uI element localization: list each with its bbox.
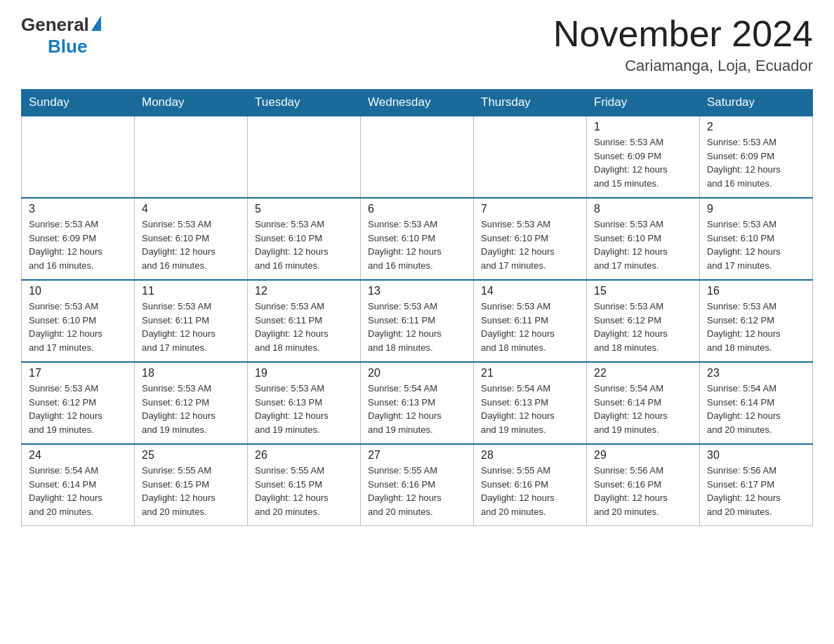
day-info: Sunrise: 5:53 AMSunset: 6:11 PMDaylight:… — [481, 300, 579, 354]
calendar-cell: 13Sunrise: 5:53 AMSunset: 6:11 PMDayligh… — [361, 280, 474, 362]
day-info: Sunrise: 5:54 AMSunset: 6:13 PMDaylight:… — [481, 382, 579, 436]
day-info: Sunrise: 5:54 AMSunset: 6:13 PMDaylight:… — [368, 382, 466, 436]
day-number: 3 — [29, 203, 127, 215]
week-row: 1Sunrise: 5:53 AMSunset: 6:09 PMDaylight… — [22, 116, 813, 198]
day-number: 13 — [368, 285, 466, 297]
logo-blue-text: Blue — [48, 36, 87, 58]
calendar-cell: 24Sunrise: 5:54 AMSunset: 6:14 PMDayligh… — [22, 444, 135, 526]
day-info: Sunrise: 5:53 AMSunset: 6:10 PMDaylight:… — [481, 217, 579, 272]
day-info: Sunrise: 5:54 AMSunset: 6:14 PMDaylight:… — [29, 464, 127, 518]
day-number: 2 — [707, 121, 805, 133]
day-number: 18 — [142, 367, 240, 380]
calendar-cell: 21Sunrise: 5:54 AMSunset: 6:13 PMDayligh… — [474, 362, 587, 444]
day-number: 12 — [255, 285, 353, 297]
day-info: Sunrise: 5:53 AMSunset: 6:10 PMDaylight:… — [594, 217, 692, 272]
calendar-cell — [248, 116, 361, 198]
day-number: 15 — [594, 285, 692, 297]
day-of-week-header: Friday — [587, 90, 700, 116]
calendar-cell: 7Sunrise: 5:53 AMSunset: 6:10 PMDaylight… — [474, 198, 587, 280]
day-info: Sunrise: 5:53 AMSunset: 6:10 PMDaylight:… — [29, 300, 127, 354]
calendar-cell: 25Sunrise: 5:55 AMSunset: 6:15 PMDayligh… — [135, 444, 248, 526]
day-info: Sunrise: 5:55 AMSunset: 6:15 PMDaylight:… — [255, 464, 353, 518]
day-number: 26 — [255, 449, 353, 462]
calendar-cell: 28Sunrise: 5:55 AMSunset: 6:16 PMDayligh… — [474, 444, 587, 526]
day-of-week-header: Wednesday — [361, 90, 474, 116]
day-number: 5 — [255, 203, 353, 215]
day-number: 17 — [29, 367, 127, 380]
day-number: 27 — [368, 449, 466, 462]
logo-triangle-icon — [91, 15, 101, 31]
calendar-cell: 11Sunrise: 5:53 AMSunset: 6:11 PMDayligh… — [135, 280, 248, 362]
day-info: Sunrise: 5:53 AMSunset: 6:12 PMDaylight:… — [29, 382, 127, 436]
calendar-cell: 26Sunrise: 5:55 AMSunset: 6:15 PMDayligh… — [248, 444, 361, 526]
day-number: 10 — [29, 285, 127, 297]
calendar-cell: 6Sunrise: 5:53 AMSunset: 6:10 PMDaylight… — [361, 198, 474, 280]
calendar-title: November 2024 — [553, 14, 813, 54]
day-info: Sunrise: 5:56 AMSunset: 6:16 PMDaylight:… — [594, 464, 692, 518]
day-info: Sunrise: 5:53 AMSunset: 6:09 PMDaylight:… — [29, 217, 127, 272]
day-info: Sunrise: 5:53 AMSunset: 6:10 PMDaylight:… — [255, 217, 353, 272]
day-number: 30 — [707, 449, 805, 462]
day-number: 23 — [707, 367, 805, 380]
calendar-cell: 30Sunrise: 5:56 AMSunset: 6:17 PMDayligh… — [700, 444, 813, 526]
calendar-cell: 23Sunrise: 5:54 AMSunset: 6:14 PMDayligh… — [700, 362, 813, 444]
day-info: Sunrise: 5:53 AMSunset: 6:12 PMDaylight:… — [142, 382, 240, 436]
day-info: Sunrise: 5:53 AMSunset: 6:10 PMDaylight:… — [707, 217, 805, 272]
day-info: Sunrise: 5:53 AMSunset: 6:09 PMDaylight:… — [594, 135, 692, 190]
day-info: Sunrise: 5:53 AMSunset: 6:12 PMDaylight:… — [707, 300, 805, 354]
calendar-cell: 8Sunrise: 5:53 AMSunset: 6:10 PMDaylight… — [587, 198, 700, 280]
calendar-cell: 1Sunrise: 5:53 AMSunset: 6:09 PMDaylight… — [587, 116, 700, 198]
calendar-cell — [361, 116, 474, 198]
calendar-cell — [474, 116, 587, 198]
calendar-cell: 15Sunrise: 5:53 AMSunset: 6:12 PMDayligh… — [587, 280, 700, 362]
day-number: 14 — [481, 285, 579, 297]
day-number: 6 — [368, 203, 466, 215]
logo-general-text: General — [21, 14, 89, 36]
week-row: 10Sunrise: 5:53 AMSunset: 6:10 PMDayligh… — [22, 280, 813, 362]
day-number: 1 — [594, 121, 692, 133]
day-of-week-header: Saturday — [700, 90, 813, 116]
day-number: 19 — [255, 367, 353, 380]
calendar-cell: 22Sunrise: 5:54 AMSunset: 6:14 PMDayligh… — [587, 362, 700, 444]
day-info: Sunrise: 5:53 AMSunset: 6:10 PMDaylight:… — [142, 217, 240, 272]
calendar-cell: 2Sunrise: 5:53 AMSunset: 6:09 PMDaylight… — [700, 116, 813, 198]
day-info: Sunrise: 5:55 AMSunset: 6:16 PMDaylight:… — [368, 464, 466, 518]
page-header: General Blue November 2024 Cariamanga, L… — [21, 14, 813, 75]
calendar-cell: 17Sunrise: 5:53 AMSunset: 6:12 PMDayligh… — [22, 362, 135, 444]
day-number: 8 — [594, 203, 692, 215]
calendar-table: SundayMondayTuesdayWednesdayThursdayFrid… — [21, 89, 813, 526]
day-number: 9 — [707, 203, 805, 215]
calendar-cell: 5Sunrise: 5:53 AMSunset: 6:10 PMDaylight… — [248, 198, 361, 280]
day-info: Sunrise: 5:53 AMSunset: 6:13 PMDaylight:… — [255, 382, 353, 436]
logo: General Blue — [21, 14, 101, 58]
day-number: 7 — [481, 203, 579, 215]
day-number: 4 — [142, 203, 240, 215]
day-info: Sunrise: 5:55 AMSunset: 6:15 PMDaylight:… — [142, 464, 240, 518]
day-number: 11 — [142, 285, 240, 297]
day-info: Sunrise: 5:53 AMSunset: 6:11 PMDaylight:… — [255, 300, 353, 354]
calendar-cell: 12Sunrise: 5:53 AMSunset: 6:11 PMDayligh… — [248, 280, 361, 362]
calendar-cell: 3Sunrise: 5:53 AMSunset: 6:09 PMDaylight… — [22, 198, 135, 280]
day-number: 21 — [481, 367, 579, 380]
day-number: 28 — [481, 449, 579, 462]
day-number: 20 — [368, 367, 466, 380]
day-info: Sunrise: 5:53 AMSunset: 6:09 PMDaylight:… — [707, 135, 805, 190]
week-row: 3Sunrise: 5:53 AMSunset: 6:09 PMDaylight… — [22, 198, 813, 280]
calendar-cell: 9Sunrise: 5:53 AMSunset: 6:10 PMDaylight… — [700, 198, 813, 280]
calendar-cell — [22, 116, 135, 198]
day-number: 29 — [594, 449, 692, 462]
calendar-cell: 20Sunrise: 5:54 AMSunset: 6:13 PMDayligh… — [361, 362, 474, 444]
calendar-cell: 4Sunrise: 5:53 AMSunset: 6:10 PMDaylight… — [135, 198, 248, 280]
day-number: 22 — [594, 367, 692, 380]
calendar-cell: 14Sunrise: 5:53 AMSunset: 6:11 PMDayligh… — [474, 280, 587, 362]
day-of-week-header: Monday — [135, 90, 248, 116]
calendar-cell: 18Sunrise: 5:53 AMSunset: 6:12 PMDayligh… — [135, 362, 248, 444]
title-block: November 2024 Cariamanga, Loja, Ecuador — [553, 14, 813, 75]
week-row: 24Sunrise: 5:54 AMSunset: 6:14 PMDayligh… — [22, 444, 813, 526]
day-number: 25 — [142, 449, 240, 462]
day-info: Sunrise: 5:53 AMSunset: 6:10 PMDaylight:… — [368, 217, 466, 272]
calendar-cell — [135, 116, 248, 198]
day-info: Sunrise: 5:53 AMSunset: 6:11 PMDaylight:… — [142, 300, 240, 354]
day-info: Sunrise: 5:54 AMSunset: 6:14 PMDaylight:… — [707, 382, 805, 436]
calendar-cell: 27Sunrise: 5:55 AMSunset: 6:16 PMDayligh… — [361, 444, 474, 526]
